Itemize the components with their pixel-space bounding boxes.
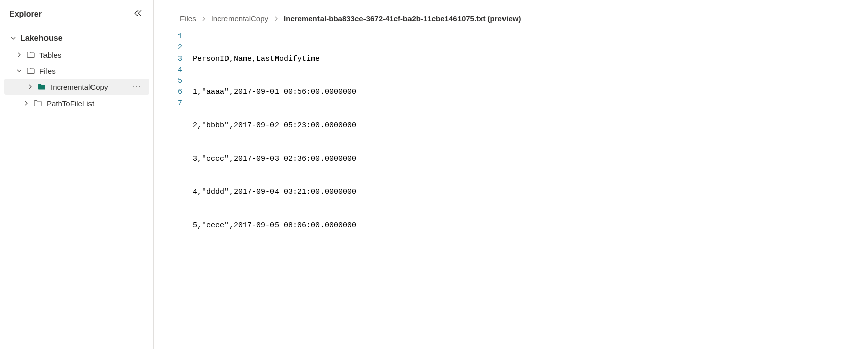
breadcrumb-item-files[interactable]: Files bbox=[180, 14, 196, 23]
chevron-right-icon bbox=[201, 14, 206, 23]
line-number: 4 bbox=[178, 65, 182, 76]
chevron-right-icon bbox=[22, 99, 30, 107]
tree-item-tables[interactable]: Tables bbox=[0, 46, 153, 63]
breadcrumb: Files IncrementalCopy Incremental-bba833… bbox=[154, 10, 868, 31]
line-number: 2 bbox=[178, 42, 182, 54]
code-line: 4,"dddd",2017-09-04 03:21:00.0000000 bbox=[193, 187, 356, 198]
chevron-double-left-icon bbox=[134, 9, 142, 17]
folder-filled-icon bbox=[37, 82, 47, 91]
tree-item-files[interactable]: Files bbox=[0, 63, 153, 79]
code-content[interactable]: PersonID,Name,LastModifytime 1,"aaaa",20… bbox=[193, 31, 367, 349]
collapse-sidebar-button[interactable] bbox=[132, 7, 144, 21]
minimap-line bbox=[737, 36, 757, 36]
main-content: Files IncrementalCopy Incremental-bba833… bbox=[154, 0, 868, 349]
breadcrumb-item-incrementalcopy[interactable]: IncrementalCopy bbox=[211, 14, 268, 23]
code-line: PersonID,Name,LastModifytime bbox=[193, 54, 356, 65]
code-line: 2,"bbbb",2017-09-02 05:23:00.0000000 bbox=[193, 120, 356, 131]
folder-icon bbox=[26, 50, 35, 59]
chevron-down-icon bbox=[15, 67, 23, 75]
line-number: 7 bbox=[178, 98, 182, 109]
minimap[interactable] bbox=[737, 33, 757, 38]
tree-item-label: Tables bbox=[39, 51, 147, 59]
line-number: 5 bbox=[178, 76, 182, 87]
tree-item-incrementalcopy[interactable]: IncrementalCopy ··· bbox=[4, 79, 149, 95]
minimap-line bbox=[737, 35, 757, 36]
folder-icon bbox=[26, 66, 35, 75]
code-line: 5,"eeee",2017-09-05 08:06:00.0000000 bbox=[193, 220, 356, 231]
code-line: 3,"cccc",2017-09-03 02:36:00.0000000 bbox=[193, 154, 356, 165]
minimap-line bbox=[737, 33, 756, 34]
tree-root-label: Lakehouse bbox=[20, 34, 147, 43]
code-editor[interactable]: 1 2 3 4 5 6 7 PersonID,Name,LastModifyti… bbox=[154, 31, 868, 349]
folder-icon bbox=[33, 98, 42, 108]
line-number: 1 bbox=[178, 31, 182, 42]
tree-item-pathtofilelist[interactable]: PathToFileList bbox=[0, 95, 153, 111]
chevron-right-icon bbox=[15, 51, 23, 59]
minimap-line bbox=[737, 38, 757, 38]
line-number: 6 bbox=[178, 87, 182, 98]
minimap-line bbox=[737, 37, 757, 37]
tree-item-label: IncrementalCopy bbox=[51, 83, 131, 91]
chevron-down-icon bbox=[9, 34, 17, 42]
tree-item-label: PathToFileList bbox=[47, 99, 147, 108]
tree-view: Lakehouse Tables Files bbox=[0, 28, 153, 113]
sidebar-header: Explorer bbox=[0, 7, 153, 28]
explorer-sidebar: Explorer Lakehouse Tables bbox=[0, 0, 154, 349]
tree-item-label: Files bbox=[39, 67, 147, 75]
breadcrumb-item-current: Incremental-bba833ce-3672-41cf-ba2b-11cb… bbox=[284, 14, 521, 23]
code-line: 1,"aaaa",2017-09-01 00:56:00.0000000 bbox=[193, 87, 356, 98]
sidebar-title: Explorer bbox=[9, 10, 42, 19]
line-number: 3 bbox=[178, 54, 182, 65]
more-actions-button[interactable]: ··· bbox=[131, 82, 143, 91]
chevron-right-icon bbox=[273, 14, 279, 23]
chevron-right-icon bbox=[26, 83, 34, 91]
tree-root-lakehouse[interactable]: Lakehouse bbox=[0, 30, 153, 46]
line-numbers-gutter: 1 2 3 4 5 6 7 bbox=[154, 31, 193, 349]
minimap-line bbox=[737, 34, 757, 35]
